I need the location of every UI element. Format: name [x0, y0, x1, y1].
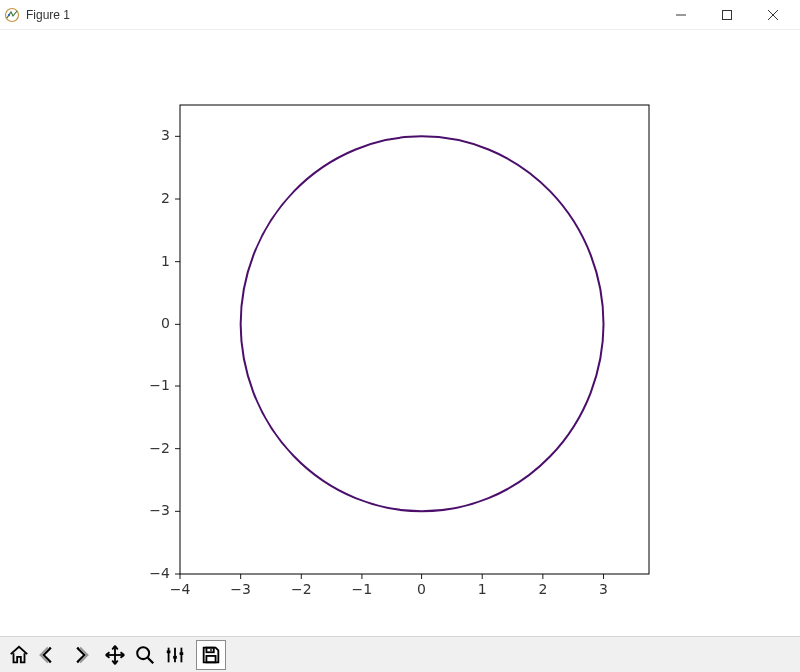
- ytick-label: 1: [161, 253, 170, 269]
- xtick-label: −1: [352, 581, 373, 597]
- zoom-button[interactable]: [130, 640, 160, 670]
- axes-box: [180, 105, 649, 574]
- svg-rect-3: [723, 10, 732, 19]
- ytick-label: −1: [149, 377, 170, 393]
- xtick-label: −4: [170, 581, 191, 597]
- ytick-label: 0: [161, 315, 170, 331]
- close-button[interactable]: [750, 0, 796, 30]
- svg-point-1: [8, 13, 10, 15]
- xtick-label: 2: [538, 581, 547, 597]
- svg-point-34: [210, 649, 212, 651]
- svg-line-25: [148, 657, 154, 663]
- maximize-button[interactable]: [704, 0, 750, 30]
- svg-rect-30: [173, 655, 177, 658]
- home-button[interactable]: [4, 640, 34, 670]
- ytick-label: −2: [149, 440, 170, 456]
- window-title: Figure 1: [26, 8, 70, 22]
- ytick-label: 2: [161, 190, 170, 206]
- ytick-label: −3: [149, 502, 170, 518]
- svg-rect-29: [167, 650, 171, 653]
- configure-subplots-button[interactable]: [160, 640, 190, 670]
- svg-rect-31: [180, 652, 184, 655]
- back-button[interactable]: [34, 640, 64, 670]
- ytick-label: −4: [149, 565, 170, 581]
- ytick-label: 3: [161, 127, 170, 143]
- toolbar: [0, 636, 800, 672]
- pan-button[interactable]: [100, 640, 130, 670]
- save-button[interactable]: [196, 640, 226, 670]
- plot-area[interactable]: −4−3−2−10123−4−3−2−10123: [0, 30, 800, 636]
- xtick-label: −2: [291, 581, 312, 597]
- app-icon: [4, 7, 20, 23]
- xtick-label: 3: [599, 581, 608, 597]
- minimize-button[interactable]: [658, 0, 704, 30]
- series-circle: [241, 136, 604, 511]
- chart-svg: −4−3−2−10123−4−3−2−10123: [0, 30, 800, 636]
- xtick-label: −3: [230, 581, 251, 597]
- xtick-label: 0: [417, 581, 426, 597]
- forward-button[interactable]: [64, 640, 94, 670]
- xtick-label: 1: [478, 581, 487, 597]
- titlebar: Figure 1: [0, 0, 800, 30]
- svg-rect-33: [206, 655, 215, 661]
- svg-point-24: [137, 647, 149, 659]
